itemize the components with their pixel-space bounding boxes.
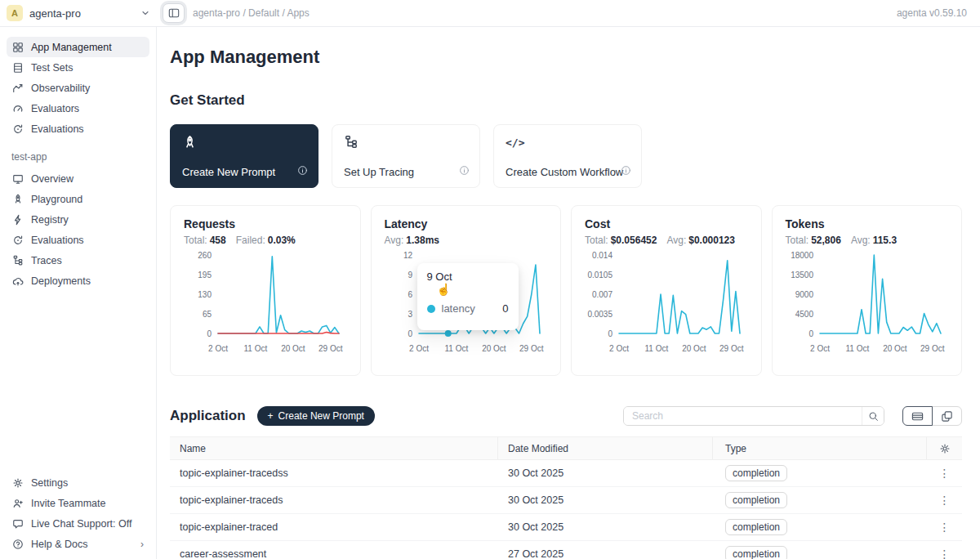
- sidebar-item-label: App Management: [31, 42, 112, 53]
- sidebar-item-overview[interactable]: Overview: [7, 168, 149, 189]
- sidebar-item-label: Test Sets: [31, 62, 73, 74]
- sidebar-item-evaluations[interactable]: Evaluations: [7, 119, 149, 139]
- create-new-prompt-button[interactable]: + Create New Prompt: [257, 406, 375, 426]
- sidebar-item-label: Observability: [31, 83, 90, 94]
- chart-stats: Total:458 Failed:0.03%: [184, 235, 347, 246]
- chart-title: Requests: [184, 217, 347, 230]
- sidebar-item-evaluators[interactable]: Evaluators: [7, 98, 149, 119]
- chat-bubble-icon: [12, 518, 24, 530]
- info-icon[interactable]: [297, 164, 308, 179]
- sidebar-item-evaluations-app[interactable]: Evaluations: [7, 230, 149, 250]
- app-name: topic-explainer-traceds: [170, 494, 498, 506]
- workspace-name: agenta-pro: [29, 7, 134, 20]
- sidebar-item-label: Traces: [31, 255, 62, 266]
- row-menu-button[interactable]: ⋮: [934, 467, 956, 480]
- get-started-cards: Create New Prompt Set Up Tracing </> Cre…: [170, 124, 962, 188]
- sidebar-item-label: Deployments: [31, 275, 91, 287]
- svg-text:195: 195: [198, 271, 212, 280]
- search-box: [623, 406, 884, 426]
- column-header-name[interactable]: Name: [170, 437, 498, 459]
- tokens-line-chart[interactable]: 04500900013500180002 Oct11 Oct20 Oct29 O…: [782, 248, 949, 363]
- column-header-type[interactable]: Type: [713, 437, 927, 459]
- card-view-icon: [941, 410, 953, 423]
- svg-text:20 Oct: 20 Oct: [883, 344, 907, 353]
- create-new-prompt-card[interactable]: Create New Prompt: [170, 124, 318, 188]
- sidebar-item-settings[interactable]: Settings: [7, 472, 149, 493]
- sidebar-item-label: Invite Teammate: [31, 498, 105, 509]
- grid-icon: [12, 42, 24, 53]
- cost-line-chart[interactable]: 00.00350.0070.01050.0142 Oct11 Oct20 Oct…: [581, 248, 748, 363]
- requests-line-chart[interactable]: 0651301952602 Oct11 Oct20 Oct29 Oct: [180, 248, 347, 363]
- svg-text:29 Oct: 29 Oct: [719, 344, 744, 353]
- series-value: 0: [502, 302, 508, 315]
- column-header-date-modified[interactable]: Date Modified: [498, 437, 713, 459]
- sidebar-item-label: Registry: [31, 214, 69, 226]
- svg-text:3: 3: [408, 310, 412, 319]
- app-name: topic-explainer-traced: [170, 521, 498, 533]
- sidebar-item-label: Evaluations: [31, 235, 84, 246]
- type-badge: completion: [725, 465, 787, 481]
- sidebar-item-live-chat-support[interactable]: Live Chat Support: Off: [7, 513, 149, 534]
- chart-stats: Total:$0.056452 Avg:$0.000123: [585, 235, 748, 246]
- sidebar-item-playground[interactable]: Playground: [7, 189, 149, 209]
- sidebar-item-registry[interactable]: Registry: [7, 209, 149, 230]
- chart-title: Cost: [585, 217, 748, 230]
- sidebar: App Management Test Sets Observability E…: [0, 27, 157, 559]
- sidebar-item-invite-teammate[interactable]: Invite Teammate: [7, 493, 149, 513]
- svg-text:2 Oct: 2 Oct: [409, 344, 429, 353]
- workspace-selector[interactable]: A agenta-pro: [0, 5, 157, 21]
- set-up-tracing-card[interactable]: Set Up Tracing: [332, 124, 480, 188]
- table-view-button[interactable]: [902, 406, 933, 426]
- sidebar-toggle-button[interactable]: [163, 3, 185, 23]
- rocket-icon: [182, 135, 198, 150]
- table-view-icon: [911, 410, 924, 423]
- chart-title: Latency: [385, 217, 548, 230]
- create-custom-workflow-card[interactable]: </> Create Custom Workflow: [493, 124, 642, 188]
- sidebar-item-observability[interactable]: Observability: [7, 78, 149, 98]
- sidebar-item-app-management[interactable]: App Management: [7, 37, 149, 57]
- app-name: topic-explainer-tracedss: [170, 467, 498, 479]
- info-icon[interactable]: [621, 164, 631, 179]
- svg-text:2 Oct: 2 Oct: [609, 344, 629, 353]
- gear-icon: [12, 477, 24, 489]
- search-icon[interactable]: [862, 407, 884, 425]
- app-date-modified: 30 Oct 2025: [498, 467, 713, 479]
- table-row[interactable]: topic-explainer-traceds 30 Oct 2025 comp…: [170, 487, 962, 514]
- sidebar-item-traces[interactable]: Traces: [7, 250, 149, 271]
- svg-text:2 Oct: 2 Oct: [208, 344, 228, 353]
- svg-text:20 Oct: 20 Oct: [682, 344, 706, 353]
- svg-text:29 Oct: 29 Oct: [318, 344, 343, 353]
- app-date-modified: 30 Oct 2025: [498, 494, 713, 506]
- info-icon[interactable]: [459, 164, 470, 179]
- card-label: Create New Prompt: [182, 166, 275, 178]
- card-view-button[interactable]: [932, 406, 962, 426]
- refresh-circle-icon: [12, 235, 24, 246]
- svg-text:13500: 13500: [791, 271, 813, 280]
- row-menu-button[interactable]: ⋮: [934, 548, 956, 559]
- svg-text:18000: 18000: [791, 251, 813, 260]
- table-header: Name Date Modified Type: [170, 437, 962, 460]
- table-row[interactable]: topic-explainer-tracedss 30 Oct 2025 com…: [170, 460, 962, 487]
- svg-text:9000: 9000: [795, 290, 813, 299]
- row-menu-button[interactable]: ⋮: [934, 494, 956, 507]
- svg-text:20 Oct: 20 Oct: [281, 344, 305, 353]
- table-row[interactable]: career-assessment 27 Oct 2025 completion…: [170, 541, 962, 559]
- breadcrumb[interactable]: agenta-pro / Default / Apps: [193, 7, 897, 19]
- tracing-tree-icon: [344, 135, 359, 150]
- metrics-charts: Requests Total:458 Failed:0.03% 06513019…: [170, 205, 962, 376]
- chart-title: Tokens: [786, 217, 949, 230]
- chevron-down-icon: [140, 8, 150, 18]
- app-date-modified: 30 Oct 2025: [498, 521, 713, 533]
- sidebar-item-test-sets[interactable]: Test Sets: [7, 57, 149, 78]
- row-menu-button[interactable]: ⋮: [934, 521, 956, 534]
- gauge-icon: [12, 103, 24, 114]
- column-settings[interactable]: [927, 437, 962, 459]
- sidebar-item-help-docs[interactable]: Help & Docs ›: [7, 534, 149, 554]
- sidebar-item-deployments[interactable]: Deployments: [7, 271, 149, 291]
- search-input[interactable]: [624, 407, 862, 425]
- application-section-header: Application + Create New Prompt: [170, 406, 962, 426]
- chevron-right-icon: ›: [140, 539, 144, 550]
- main-content: App Management Get Started Create New Pr…: [158, 27, 980, 559]
- cloud-upload-icon: [12, 275, 24, 287]
- table-row[interactable]: topic-explainer-traced 30 Oct 2025 compl…: [170, 514, 962, 541]
